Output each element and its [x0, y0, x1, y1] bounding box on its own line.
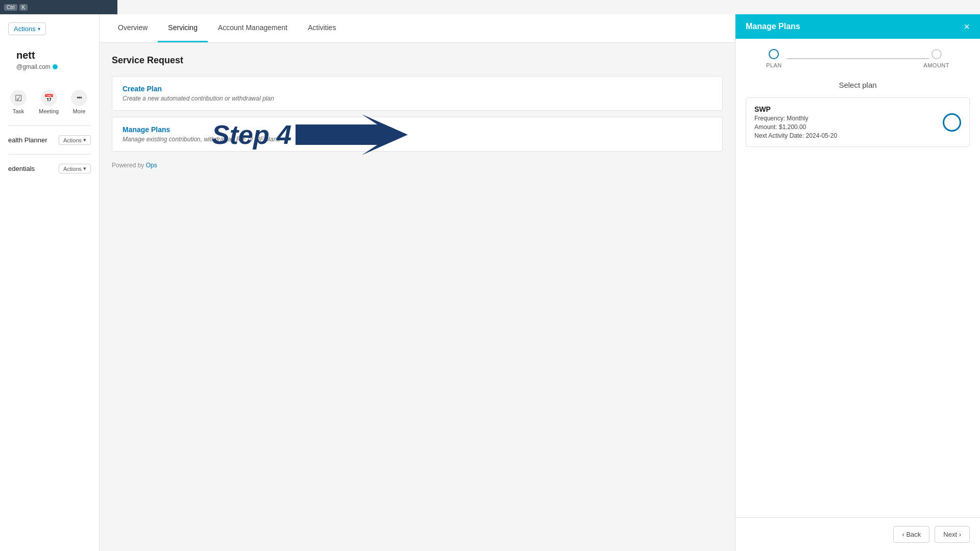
plan-card[interactable]: SWP Frequency: Monthly Amount: $1,200.00… — [746, 97, 970, 147]
back-button[interactable]: ‹ Back — [893, 526, 929, 543]
step-plan-label: PLAN — [766, 62, 782, 68]
manage-plans-panel: Manage Plans × PLAN AMOUNT Select plan S… — [735, 14, 980, 551]
task-icon: ☑ — [10, 90, 27, 106]
create-plan-card[interactable]: Create Plan Create a new automated contr… — [112, 76, 723, 111]
plan-name: SWP — [754, 105, 837, 113]
step-plan-circle — [769, 49, 779, 59]
manage-plans-card[interactable]: Manage Plans Manage existing contributio… — [112, 117, 723, 152]
step-amount-circle — [932, 49, 942, 59]
tab-overview[interactable]: Overview — [108, 14, 158, 42]
sidebar-actions-area: Actions ▾ — [0, 18, 99, 39]
create-plan-title: Create Plan — [122, 85, 712, 93]
user-name: nett — [8, 41, 91, 63]
panel-header: Manage Plans × — [736, 14, 980, 39]
actions-label: Actions — [14, 25, 36, 33]
task-button[interactable]: ☑ Task — [4, 87, 33, 117]
plan-next-activity: Next Activity Date: 2024-05-20 — [754, 132, 837, 139]
tabs-bar: Overview Servicing Account Management Ac… — [100, 14, 735, 43]
service-request-title: Service Request — [112, 55, 723, 66]
step-amount: AMOUNT — [923, 49, 949, 68]
plan-radio-button[interactable] — [943, 113, 961, 132]
powered-by: Powered by Ops — [112, 162, 723, 169]
content-area: Service Request Create Plan Create a new… — [100, 43, 735, 551]
health-planner-actions-button[interactable]: Actions ▾ — [59, 135, 91, 145]
health-planner-label: ealth Planner — [8, 136, 47, 144]
plan-amount: Amount: $1,200.00 — [754, 123, 837, 131]
credentials-label: edentials — [8, 165, 35, 172]
plan-frequency: Frequency: Monthly — [754, 115, 837, 122]
panel-footer: ‹ Back Next › — [736, 517, 980, 551]
ops-link[interactable]: Ops — [146, 162, 157, 169]
credentials-actions-button[interactable]: Actions ▾ — [59, 164, 91, 173]
step-plan: PLAN — [766, 49, 782, 68]
panel-close-button[interactable]: × — [964, 21, 970, 32]
more-label: More — [73, 108, 86, 114]
more-icon: ••• — [71, 90, 87, 106]
next-button[interactable]: Next › — [935, 526, 970, 543]
meeting-button[interactable]: 📅 Meeting — [33, 87, 65, 117]
sidebar-divider-1 — [8, 126, 91, 126]
sidebar: Actions ▾ nett @gmail.com ☑ Task 📅 Meeti… — [0, 14, 100, 551]
plan-radio-inner — [949, 120, 954, 125]
actions-button[interactable]: Actions ▾ — [8, 22, 46, 35]
manage-plans-title: Manage Plans — [122, 126, 712, 134]
tab-account-management[interactable]: Account Management — [208, 14, 298, 42]
quick-actions-row: ☑ Task 📅 Meeting ••• More — [0, 83, 99, 121]
plan-info: SWP Frequency: Monthly Amount: $1,200.00… — [754, 105, 837, 139]
manage-plans-desc: Manage existing contribution, withdrawal… — [122, 136, 712, 143]
select-plan-title: Select plan — [746, 81, 970, 89]
email-verified-icon — [53, 64, 58, 69]
sidebar-divider-2 — [8, 154, 91, 155]
shortcut-k: K — [19, 4, 28, 11]
shortcut-ctrl: Ctrl — [4, 4, 17, 11]
panel-title: Manage Plans — [746, 22, 800, 31]
progress-line — [787, 58, 929, 59]
credentials-section: edentials Actions ▾ — [0, 159, 99, 179]
panel-body: PLAN AMOUNT Select plan SWP Frequency: M… — [736, 39, 980, 517]
health-planner-section: ealth Planner Actions ▾ — [0, 130, 99, 150]
user-email: @gmail.com — [8, 63, 91, 77]
meeting-icon: 📅 — [41, 90, 57, 106]
step-amount-label: AMOUNT — [923, 62, 949, 68]
progress-steps: PLAN AMOUNT — [746, 49, 970, 68]
create-plan-desc: Create a new automated contribution or w… — [122, 95, 712, 102]
meeting-label: Meeting — [39, 108, 59, 114]
more-button[interactable]: ••• More — [65, 87, 93, 117]
task-label: Task — [13, 108, 24, 114]
tab-activities[interactable]: Activities — [298, 14, 346, 42]
tab-servicing[interactable]: Servicing — [158, 14, 208, 42]
actions-arrow-icon: ▾ — [38, 26, 40, 32]
